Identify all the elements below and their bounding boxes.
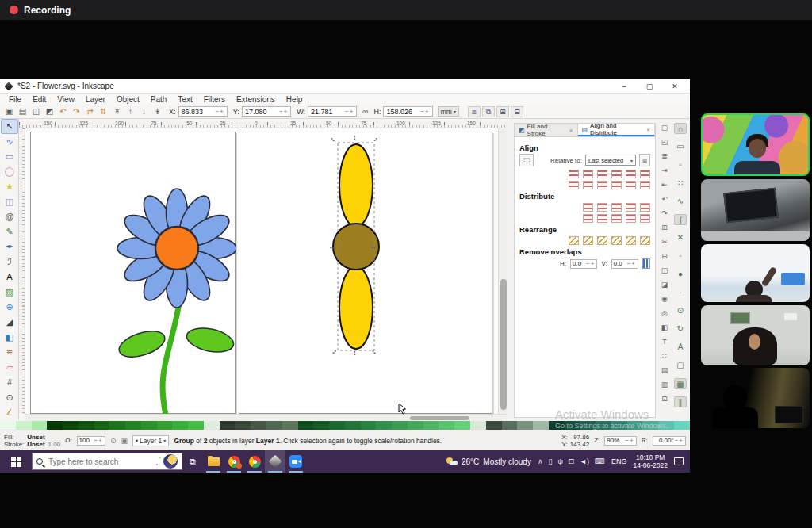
preferences-icon[interactable]: ⊡ xyxy=(660,394,670,404)
tool-connector[interactable]: # xyxy=(1,375,18,390)
palette-swatch[interactable] xyxy=(16,421,32,430)
snap-bbox-edges-icon[interactable]: ▫ xyxy=(674,159,687,170)
exchange-selection-order[interactable] xyxy=(583,236,593,245)
raise-to-top-icon[interactable]: ↟ xyxy=(111,106,123,117)
horizontal-scrollbar[interactable] xyxy=(25,414,508,421)
text-baseline-align[interactable] xyxy=(640,181,650,189)
selection-touch-icon[interactable]: ◩ xyxy=(44,106,56,117)
distribute-right-edges[interactable] xyxy=(611,203,622,212)
vertical-scrollbar-thumb[interactable] xyxy=(500,279,507,410)
menu-item[interactable]: Layer xyxy=(80,95,111,104)
palette-swatch[interactable] xyxy=(157,421,173,430)
group-icon[interactable]: ◉ xyxy=(660,294,670,304)
flower-center[interactable] xyxy=(155,227,198,270)
tab-align-and-distribute[interactable]: ▤ Align and Distribute ✕ xyxy=(578,124,655,136)
participant-video-2[interactable] xyxy=(701,179,810,241)
raise-one-icon[interactable]: ↑ xyxy=(124,106,136,117)
snap-cusp-nodes-icon[interactable]: ◦ xyxy=(674,251,687,262)
y-input[interactable]: 17.080−+ xyxy=(242,106,291,117)
tool-star[interactable]: ★ xyxy=(1,179,18,194)
select-all-icon[interactable]: ▣ xyxy=(3,106,15,117)
unclump[interactable] xyxy=(640,236,650,245)
tool-pencil[interactable]: ✎ xyxy=(1,224,18,239)
distribute-centers-v[interactable] xyxy=(597,214,607,223)
tool-measure[interactable]: ∠ xyxy=(1,405,18,420)
maximize-button[interactable]: ▢ xyxy=(639,82,660,90)
flower-leaf-right[interactable] xyxy=(185,324,236,356)
close-button[interactable]: ✕ xyxy=(665,82,685,90)
align-right-to-left-edge[interactable] xyxy=(569,170,579,178)
rotation-input[interactable]: 0.00°−+ xyxy=(653,436,686,446)
start-button[interactable] xyxy=(0,450,32,473)
palette-swatch[interactable] xyxy=(439,421,454,430)
yellow-ellipse-top[interactable] xyxy=(339,144,373,227)
taskbar-zoom[interactable] xyxy=(285,450,306,473)
snap-guides-icon[interactable]: ∥ xyxy=(674,396,687,407)
layer-visibility-icon[interactable]: ⊙ xyxy=(110,437,117,445)
menu-item[interactable]: Edit xyxy=(27,95,52,104)
clone-icon[interactable]: ◪ xyxy=(660,280,670,290)
import-icon[interactable]: ⇥ xyxy=(660,166,670,176)
palette-swatch[interactable] xyxy=(266,421,282,430)
tab-close-icon[interactable]: ✕ xyxy=(569,128,573,133)
hidden-icons-chevron[interactable]: ∧ xyxy=(538,457,543,465)
deselect-icon[interactable]: ◫ xyxy=(30,106,42,117)
undo-icon[interactable]: ↶ xyxy=(660,194,670,205)
taskbar-clock[interactable]: 10:10 PM 14-06-2022 xyxy=(634,453,668,469)
cast-display-icon[interactable]: ⧠ xyxy=(569,457,574,466)
selection-handle-right[interactable]: ↔ xyxy=(370,243,377,250)
zoom-input[interactable]: 90%−+ xyxy=(604,436,636,446)
horizontal-ruler[interactable]: -150-125-100-75-50-250255075100125150 xyxy=(19,121,508,128)
align-bottom-to-top-edge[interactable] xyxy=(569,181,579,189)
participant-video-4[interactable] xyxy=(701,305,810,365)
overlap-v-input[interactable]: 0.0−+ xyxy=(611,259,638,269)
palette-swatch[interactable] xyxy=(313,421,329,430)
align-top-edges[interactable] xyxy=(583,181,593,189)
phone-link-icon[interactable]: ▯ xyxy=(549,457,553,465)
search-input[interactable] xyxy=(47,457,159,467)
palette-swatch[interactable] xyxy=(533,421,549,430)
scale-gradient-icon[interactable]: ⊞ xyxy=(496,106,509,117)
tool-spray[interactable]: ≋ xyxy=(1,345,18,360)
palette-swatch[interactable] xyxy=(486,421,502,430)
tool-zoom[interactable]: ⊙ xyxy=(1,390,18,405)
menu-item[interactable]: Object xyxy=(111,95,145,104)
treat-selection-as-group-button[interactable]: ⬚ xyxy=(519,154,534,166)
menu-item[interactable]: Path xyxy=(145,95,173,104)
tool-text[interactable]: A xyxy=(1,270,18,285)
export-icon[interactable]: ⇤ xyxy=(660,180,670,190)
volume-icon[interactable]: ◄) xyxy=(580,457,589,465)
palette-swatch[interactable] xyxy=(0,421,16,430)
palette-swatch[interactable] xyxy=(361,421,377,430)
palette-swatch[interactable] xyxy=(204,421,220,430)
tool-calligraphy[interactable]: ℐ xyxy=(1,254,18,270)
palette-swatch[interactable] xyxy=(376,421,392,430)
align-bottom-edges[interactable] xyxy=(611,181,622,189)
flower-drawing[interactable] xyxy=(31,132,236,414)
randomize-centers[interactable] xyxy=(626,236,636,245)
menu-item[interactable]: Filters xyxy=(198,95,231,104)
microphone-icon[interactable]: ψ xyxy=(557,457,562,465)
palette-swatch[interactable] xyxy=(408,421,423,430)
taskbar-search[interactable] xyxy=(32,453,182,470)
participant-video-3[interactable] xyxy=(701,244,810,302)
text-baselines-v[interactable] xyxy=(640,214,650,223)
move-as-group-button[interactable]: ⧈ xyxy=(639,154,650,166)
align-left-to-right-edge[interactable] xyxy=(626,170,636,178)
equal-gaps-h[interactable] xyxy=(626,203,636,212)
text-anchor-horizontal[interactable] xyxy=(640,170,650,178)
palette-swatch[interactable] xyxy=(94,421,110,430)
center-vertical[interactable] xyxy=(597,181,607,189)
palette-swatch[interactable] xyxy=(47,421,63,430)
lower-to-bottom-icon[interactable]: ↡ xyxy=(151,106,163,117)
tool-gradient[interactable]: ▨ xyxy=(1,285,18,300)
align-left-edges[interactable] xyxy=(583,170,593,178)
menu-item[interactable]: Extensions xyxy=(231,95,281,104)
snap-grid-icon[interactable]: ▦ xyxy=(674,378,687,389)
tool-tweak[interactable]: ⊕ xyxy=(1,300,18,315)
snap-intersections-icon[interactable]: ✕ xyxy=(674,232,687,243)
minimize-button[interactable]: – xyxy=(614,82,634,90)
document-properties-icon[interactable]: ▤ xyxy=(660,365,670,376)
xml-editor-icon[interactable]: ∷ xyxy=(660,351,670,362)
selection-handle-top[interactable]: ↕ xyxy=(353,134,357,140)
